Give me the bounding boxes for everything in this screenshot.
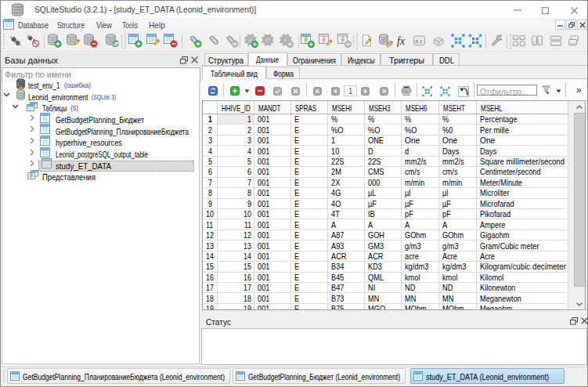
svg-text:z: z	[420, 38, 423, 44]
svg-text:a: a	[415, 38, 418, 44]
svg-text:fx: fx	[397, 35, 406, 47]
